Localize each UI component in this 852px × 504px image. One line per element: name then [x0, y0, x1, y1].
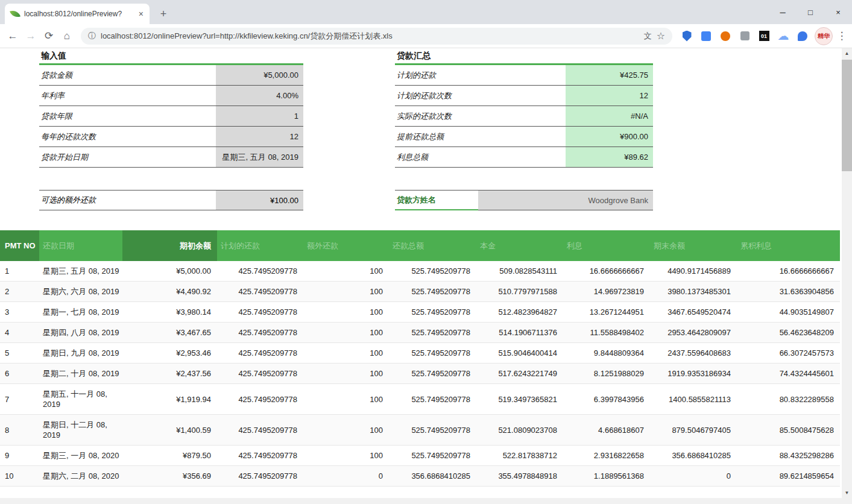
cell-date: 星期日, 十二月 08, 2019 [39, 415, 122, 445]
page-info-icon[interactable]: ⓘ [88, 31, 96, 42]
amortization-row: 3 星期一, 七月 08, 2019 ¥3,980.14 425.7495209… [0, 302, 840, 323]
cell-date: 星期三, 五月 08, 2019 [39, 261, 122, 281]
cell-extra-payment: 0 [303, 471, 389, 480]
window-close-button[interactable]: × [824, 0, 852, 24]
scroll-up-arrow-icon[interactable]: ▲ [842, 48, 852, 58]
summary-row: 实际的还款次数 #N/A [395, 106, 653, 127]
cell-total-payment: 525.7495209778 [389, 426, 476, 435]
url-text[interactable]: localhost:8012/onlinePreview?url=http://… [101, 31, 639, 42]
cell-cumulative-interest: 89.6214859654 [737, 471, 840, 480]
cell-scheduled-payment: 425.7495209778 [217, 426, 303, 435]
cell-principal: 519.3497365821 [476, 395, 563, 404]
amortization-row: 5 星期日, 九月 08, 2019 ¥2,953.46 425.7495209… [0, 343, 840, 364]
cell-extra-payment: 100 [303, 287, 389, 296]
extra-payment-value: ¥100.00 [216, 191, 303, 210]
header-begin-balance: 期初余额 [122, 230, 217, 261]
extension-shield-icon[interactable] [679, 28, 695, 44]
address-bar[interactable]: ⓘ localhost:8012/onlinePreview?url=http:… [81, 28, 672, 45]
bookmark-star-icon[interactable]: ☆ [657, 30, 665, 42]
horizontal-scrollbar[interactable] [0, 498, 852, 504]
cell-scheduled-payment: 425.7495209778 [217, 328, 303, 337]
cell-cumulative-interest: 85.5008475628 [737, 426, 840, 435]
cell-extra-payment: 100 [303, 395, 389, 404]
cell-begin-balance: ¥5,000.00 [122, 266, 217, 276]
input-value: ¥5,000.00 [216, 65, 303, 85]
vertical-scrollbar[interactable]: ▲ ▼ [842, 48, 852, 498]
cell-extra-payment: 100 [303, 328, 389, 337]
cell-interest: 2.9316822658 [563, 451, 650, 460]
new-tab-button[interactable]: + [156, 6, 171, 22]
cell-end-balance: 879.5046797405 [650, 426, 737, 435]
summary-label: 实际的还款次数 [395, 106, 566, 126]
input-label: 贷款年限 [39, 106, 216, 126]
summary-value: #N/A [566, 106, 653, 126]
cell-interest: 6.3997843956 [563, 395, 650, 404]
reload-button[interactable]: ⟳ [40, 27, 58, 45]
scroll-down-arrow-icon[interactable]: ▼ [842, 488, 852, 498]
extension-translate-icon[interactable] [698, 28, 714, 44]
input-rows: 贷款金额 ¥5,000.00 年利率 4.00% 贷款年限 1 每年的还款次数 … [39, 65, 303, 168]
cell-date: 星期三, 一月 08, 2020 [39, 446, 122, 465]
window-maximize-button[interactable]: □ [797, 0, 824, 24]
amortization-body: 1 星期三, 五月 08, 2019 ¥5,000.00 425.7495209… [0, 261, 840, 487]
cell-principal: 512.4823964827 [476, 307, 563, 317]
input-row: 贷款开始日期 星期三, 五月 08, 2019 [39, 147, 303, 168]
tab-close-icon[interactable]: × [139, 9, 144, 19]
cell-total-payment: 525.7495209778 [389, 451, 476, 460]
browser-titlebar: localhost:8012/onlinePreview? × + ─ □ × [0, 0, 852, 24]
cell-scheduled-payment: 425.7495209778 [217, 451, 303, 460]
cell-pmt-no: 1 [0, 266, 39, 276]
input-value: 12 [216, 127, 303, 146]
browser-tab[interactable]: localhost:8012/onlinePreview? × [5, 4, 150, 24]
window-minimize-button[interactable]: ─ [769, 0, 797, 24]
input-label: 贷款金额 [39, 65, 216, 85]
extension-orange-icon[interactable] [718, 28, 733, 44]
summary-label: 利息总额 [395, 147, 566, 167]
cell-end-balance: 3467.6549520474 [650, 307, 737, 317]
spreadsheet-preview: 输入值 贷款金额 ¥5,000.00 年利率 4.00% 贷款年限 1 [0, 48, 852, 504]
input-label: 每年的还款次数 [39, 127, 216, 146]
tab-title: localhost:8012/onlinePreview? [24, 10, 134, 18]
cell-scheduled-payment: 425.7495209778 [217, 348, 303, 358]
extension-01-badge[interactable]: 01 [756, 28, 772, 44]
input-value: 1 [216, 106, 303, 126]
blue-round-shape [798, 31, 807, 41]
orange-circle-shape [721, 31, 730, 41]
amortization-row: 4 星期四, 八月 08, 2019 ¥3,467.65 425.7495209… [0, 323, 840, 343]
cell-pmt-no: 5 [0, 348, 39, 358]
translate-icon[interactable]: 文 [644, 31, 652, 42]
cell-begin-balance: ¥356.69 [122, 471, 217, 480]
home-button[interactable]: ⌂ [58, 27, 76, 45]
summary-value: ¥900.00 [566, 127, 653, 146]
vertical-scrollbar-thumb[interactable] [842, 60, 852, 171]
cell-begin-balance: ¥2,437.56 [122, 369, 217, 378]
cell-cumulative-interest: 44.9035149807 [737, 307, 840, 317]
cell-cumulative-interest: 31.6363904856 [737, 287, 840, 296]
extra-payment-row: 可选的额外还款 ¥100.00 [39, 190, 303, 210]
amortization-row: 8 星期日, 十二月 08, 2019 ¥1,400.59 425.749520… [0, 415, 840, 446]
back-button[interactable]: ← [4, 27, 22, 45]
cell-extra-payment: 100 [303, 266, 389, 276]
cell-scheduled-payment: 425.7495209778 [217, 395, 303, 404]
kkfileview-leaf-favicon [10, 8, 21, 19]
input-label: 贷款开始日期 [39, 147, 216, 167]
header-scheduled-payment: 计划的还款 [217, 230, 303, 261]
extension-blue-icon[interactable] [795, 28, 810, 44]
extension-cloud-icon[interactable]: ☁ [775, 28, 791, 44]
cell-begin-balance: ¥2,953.46 [122, 348, 217, 358]
cell-date: 星期二, 十月 08, 2019 [39, 364, 122, 383]
forward-button[interactable]: → [22, 27, 40, 45]
cell-date: 星期日, 九月 08, 2019 [39, 343, 122, 363]
profile-avatar[interactable]: 精华 [815, 27, 833, 45]
cell-end-balance: 1919.9353186934 [650, 369, 737, 378]
cell-end-balance: 2437.5596408683 [650, 348, 737, 358]
header-end-balance: 期末余额 [650, 230, 737, 261]
cell-scheduled-payment: 425.7495209778 [217, 369, 303, 378]
window-controls: ─ □ × [769, 0, 852, 24]
browser-navbar: ← → ⟳ ⌂ ⓘ localhost:8012/onlinePreview?u… [0, 24, 852, 48]
input-row: 贷款年限 1 [39, 106, 303, 127]
extension-gray-icon[interactable] [737, 28, 753, 44]
cell-begin-balance: ¥3,467.65 [122, 328, 217, 337]
summary-section-title: 贷款汇总 [395, 48, 653, 65]
browser-menu-icon[interactable]: ⋮ [835, 30, 848, 42]
